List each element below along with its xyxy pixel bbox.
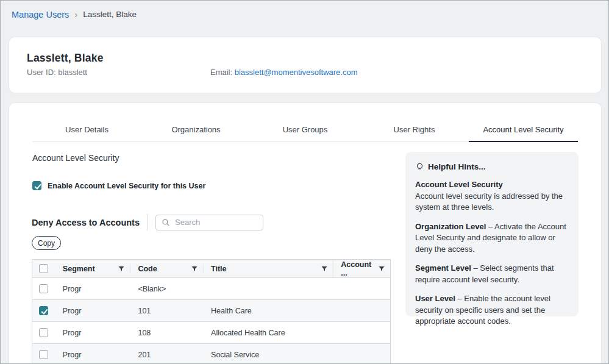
hint-item: Organization Level – Activate the Accoun…	[415, 221, 569, 255]
cell-title: Social Service	[211, 351, 259, 359]
breadcrumb-manage-users-link[interactable]: Manage Users	[12, 10, 69, 20]
tab-organizations[interactable]: Organizations	[141, 121, 251, 141]
cell-code: 108	[138, 329, 151, 337]
deny-access-title: Deny Access to Accounts	[32, 218, 140, 227]
copy-button[interactable]: Copy	[32, 236, 61, 250]
deny-access-header: Deny Access to Accounts	[32, 214, 263, 230]
hint-heading: Account Level Security	[415, 179, 569, 191]
table-row[interactable]: Progr 201 Social Service	[32, 343, 390, 364]
enable-als-label: Enable Account Level Security for this U…	[48, 182, 205, 190]
table-row[interactable]: Progr 108 Allocated Health Care	[32, 321, 390, 343]
search-input[interactable]	[175, 218, 254, 227]
row-checkbox[interactable]	[39, 306, 48, 315]
hint-item: Account Level SecurityAccount level secu…	[415, 179, 569, 213]
tab-bar: User Details Organizations User Groups U…	[32, 121, 578, 142]
deny-accounts-table: Segment Code Title Account ... Progr <Bl…	[32, 259, 391, 364]
col-header-title: Title	[211, 265, 226, 273]
helpful-hints-panel: Helpful Hints... Account Level SecurityA…	[405, 152, 579, 316]
app-window: Manage Users › Lasslett, Blake Lasslett,…	[0, 0, 609, 364]
lightbulb-icon	[415, 162, 424, 171]
select-all-checkbox[interactable]	[39, 264, 48, 273]
cell-title: Allocated Health Care	[211, 329, 285, 337]
hints-title: Helpful Hints...	[428, 162, 486, 171]
email-label: Email:	[210, 68, 235, 77]
search-icon	[162, 218, 170, 227]
hint-heading: User Level	[415, 294, 455, 303]
hint-item: User Level – Enable the account level se…	[415, 293, 569, 327]
tab-user-details[interactable]: User Details	[32, 121, 141, 141]
table-row[interactable]: Progr 101 Health Care	[32, 299, 390, 321]
cell-code: <Blank>	[138, 285, 166, 293]
user-name-heading: Lasslett, Blake	[27, 52, 104, 65]
tab-account-level-security[interactable]: Account Level Security	[469, 121, 578, 141]
hints-title-row: Helpful Hints...	[415, 162, 569, 171]
table-header-row: Segment Code Title Account ...	[32, 260, 390, 277]
cell-segment: Progr	[63, 285, 82, 293]
main-panel-card: User Details Organizations User Groups U…	[9, 103, 601, 364]
breadcrumb-current-page: Lasslett, Blake	[83, 10, 137, 19]
user-email-row: Email: blasslett@momentivesoftware.com	[210, 68, 358, 77]
cell-code: 201	[138, 351, 151, 359]
hint-heading: Segment Level	[415, 263, 471, 273]
filter-icon-segment[interactable]	[118, 265, 125, 273]
hint-heading: Organization Level	[415, 222, 486, 231]
vertical-divider	[147, 214, 148, 230]
search-box[interactable]	[155, 215, 263, 230]
breadcrumb-chevron-icon: ›	[74, 9, 77, 20]
enable-als-checkbox[interactable]	[32, 181, 41, 190]
section-title: Account Level Security	[32, 153, 119, 163]
filter-icon-title[interactable]	[321, 265, 328, 273]
cell-segment: Progr	[63, 307, 82, 315]
col-header-code: Code	[138, 265, 157, 273]
hint-item: Segment Level – Select segments that req…	[415, 263, 569, 285]
col-header-account: Account ...	[341, 260, 378, 277]
user-summary-card: Lasslett, Blake User ID: blasslett Email…	[9, 37, 601, 93]
col-header-segment: Segment	[63, 265, 95, 273]
breadcrumb: Manage Users › Lasslett, Blake	[12, 9, 137, 20]
filter-icon-account[interactable]	[378, 265, 385, 273]
row-checkbox[interactable]	[39, 350, 48, 359]
cell-segment: Progr	[63, 329, 82, 337]
tab-user-groups[interactable]: User Groups	[251, 121, 360, 141]
cell-title: Health Care	[211, 307, 252, 315]
cell-code: 101	[138, 307, 151, 315]
email-link[interactable]: blasslett@momentivesoftware.com	[235, 68, 358, 77]
table-row[interactable]: Progr <Blank>	[32, 277, 390, 299]
enable-als-row[interactable]: Enable Account Level Security for this U…	[32, 181, 205, 190]
tab-user-rights[interactable]: User Rights	[360, 121, 469, 141]
filter-icon-code[interactable]	[191, 265, 198, 273]
user-id-text: User ID: blasslett	[27, 68, 87, 77]
cell-segment: Progr	[63, 351, 82, 359]
hint-body: Account level security is addressed by t…	[415, 191, 563, 212]
row-checkbox[interactable]	[39, 284, 48, 293]
row-checkbox[interactable]	[39, 328, 48, 337]
